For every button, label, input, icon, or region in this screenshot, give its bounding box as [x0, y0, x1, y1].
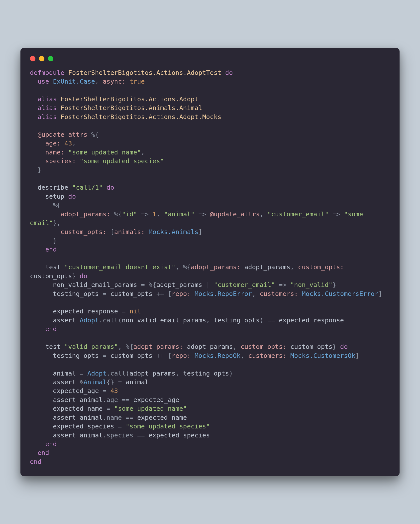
code-token: %{: [110, 210, 122, 218]
code-token: test: [45, 343, 64, 350]
code-token: defmodule: [30, 69, 64, 76]
code-block: defmodule FosterShelterBigotitos.Actions…: [30, 68, 390, 466]
code-token: "customer_email": [267, 210, 329, 218]
code-token: [287, 352, 290, 359]
code-token: non_valid_email_params: [122, 316, 206, 324]
code-token: [61, 139, 64, 147]
code-token: [30, 325, 45, 333]
zoom-icon[interactable]: [48, 56, 53, 61]
code-token: [30, 449, 38, 456]
code-token: do: [68, 193, 76, 200]
code-token: %{: [87, 131, 99, 138]
code-token: [30, 95, 38, 103]
code-token: ,: [240, 352, 248, 359]
code-token: testing_opts: [53, 290, 99, 297]
code-token: [30, 414, 53, 421]
code-token: =: [99, 387, 110, 394]
code-token: animal: [53, 370, 76, 377]
code-token: [57, 113, 60, 121]
code-token: =: [103, 405, 114, 412]
code-token: ,: [141, 148, 145, 156]
code-token: custom_opts:: [298, 263, 344, 271]
code-token: adopt_params: [129, 370, 175, 377]
code-token: "some updated species": [126, 422, 210, 430]
code-token: [183, 343, 187, 350]
code-token: test: [45, 263, 64, 271]
code-token: animal: [80, 414, 103, 421]
code-token: assert: [53, 431, 80, 439]
code-token: Mocks.RepoOk: [195, 352, 240, 359]
code-token: ,: [95, 78, 103, 85]
code-token: expected_age: [133, 396, 179, 403]
code-token: adopt_params: [156, 281, 202, 288]
code-token: assert: [53, 396, 80, 403]
code-token: ++ [: [152, 352, 172, 359]
code-token: [30, 131, 38, 138]
code-token: alias: [38, 95, 57, 103]
code-token: [64, 69, 68, 76]
code-token: [30, 343, 45, 350]
code-token: [30, 263, 45, 271]
code-token: Animal: [84, 378, 106, 386]
code-token: async:: [103, 78, 126, 85]
code-token: [287, 343, 290, 350]
code-token: custom_opts: [30, 272, 72, 280]
code-token: [30, 228, 61, 236]
code-token: animal: [80, 396, 103, 403]
code-token: [30, 113, 38, 121]
code-token: =>: [329, 210, 344, 218]
code-token: animals:: [114, 228, 145, 236]
code-token: expected_response: [279, 316, 344, 324]
code-token: customers:: [248, 352, 287, 359]
code-token: [30, 316, 53, 324]
minimize-icon[interactable]: [39, 56, 44, 61]
code-token: assert: [53, 414, 80, 421]
code-token: =>: [137, 210, 152, 218]
code-token: end: [45, 325, 57, 333]
code-token: [30, 210, 61, 218]
code-token: }: [72, 272, 80, 280]
code-token: [145, 228, 149, 236]
code-token: [344, 263, 348, 271]
code-token: testing_opts: [214, 316, 260, 324]
code-token: FosterShelterBigotitos.Animals.Animal: [61, 104, 202, 112]
code-token: FosterShelterBigotitos.Actions.AdoptTest: [68, 69, 221, 76]
code-token: 1: [152, 210, 156, 218]
code-token: ]: [378, 290, 382, 297]
code-token: [30, 246, 45, 253]
code-token: [191, 352, 195, 359]
code-token: [30, 431, 53, 439]
code-token: non_valid_email_params: [53, 281, 137, 288]
code-token: [103, 184, 106, 191]
code-token: =: [118, 307, 129, 315]
code-token: repo:: [172, 290, 191, 297]
code-token: end: [30, 458, 41, 465]
code-token: ,: [206, 316, 214, 324]
code-token: @update_attrs: [210, 210, 260, 218]
code-token: [30, 307, 53, 315]
code-token: [30, 139, 45, 147]
code-token: [76, 157, 80, 165]
code-token: adopt_params: [187, 343, 233, 350]
code-token: use: [38, 78, 49, 85]
code-token: =>: [195, 210, 210, 218]
close-icon[interactable]: [30, 56, 35, 61]
code-token: expected_name: [53, 405, 103, 412]
code-token: = %{: [137, 281, 156, 288]
code-token: testing_opts: [183, 370, 229, 377]
code-token: assert: [53, 316, 80, 324]
code-token: adopt_params:: [61, 210, 110, 218]
code-token: species:: [45, 157, 76, 165]
code-token: [30, 387, 53, 394]
code-token: =: [76, 370, 87, 377]
code-token: custom_opts: [110, 352, 152, 359]
code-token: 43: [110, 387, 118, 394]
code-token: nil: [129, 307, 141, 315]
code-token: [30, 440, 45, 448]
code-window: defmodule FosterShelterBigotitos.Actions…: [20, 48, 400, 476]
code-token: [30, 378, 53, 386]
code-token: adopt_params: [244, 263, 290, 271]
code-token: adopt_params:: [133, 343, 183, 350]
code-token: }: [30, 237, 57, 244]
code-token: }: [30, 166, 41, 173]
